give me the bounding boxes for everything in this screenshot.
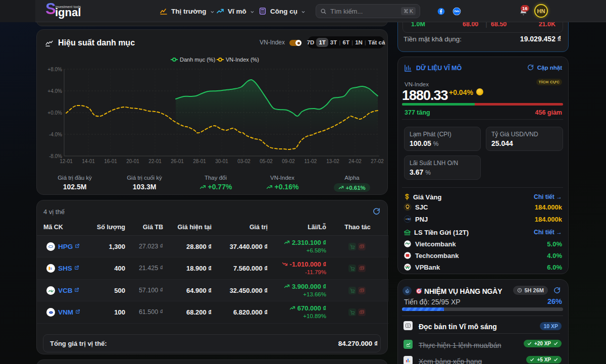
svg-text:20-01: 20-01 (126, 159, 139, 164)
svg-text:24-02: 24-02 (348, 159, 362, 164)
svg-text:Zalo: Zalo (454, 10, 459, 13)
svg-text:28-01: 28-01 (193, 159, 206, 164)
svg-text:+8.0%: +8.0% (47, 67, 62, 72)
svg-text:NJ: NJ (408, 218, 411, 221)
svg-text:27-02: 27-02 (371, 159, 384, 164)
svg-text:VN-Index (%): VN-Index (%) (226, 57, 259, 63)
svg-text:05-02: 05-02 (260, 159, 273, 164)
svg-text:16-01: 16-01 (104, 159, 117, 164)
svg-text:09-02: 09-02 (282, 159, 295, 164)
svg-text:+4.0%: +4.0% (47, 88, 62, 94)
svg-text:11-02: 11-02 (305, 159, 317, 164)
svg-text:Danh mục (%): Danh mục (%) (180, 57, 215, 63)
svg-text:S: S (50, 267, 53, 270)
svg-text:30-01: 30-01 (215, 159, 228, 164)
svg-text:+0.0%: +0.0% (47, 110, 62, 116)
svg-text:12-01: 12-01 (60, 159, 73, 164)
svg-text:14-01: 14-01 (82, 159, 95, 164)
svg-text:03-02: 03-02 (237, 159, 250, 164)
svg-text:-4.0%: -4.0% (49, 132, 62, 137)
svg-text:26-01: 26-01 (171, 159, 184, 164)
svg-text:13-02: 13-02 (326, 159, 339, 164)
svg-text:22-01: 22-01 (148, 159, 162, 164)
